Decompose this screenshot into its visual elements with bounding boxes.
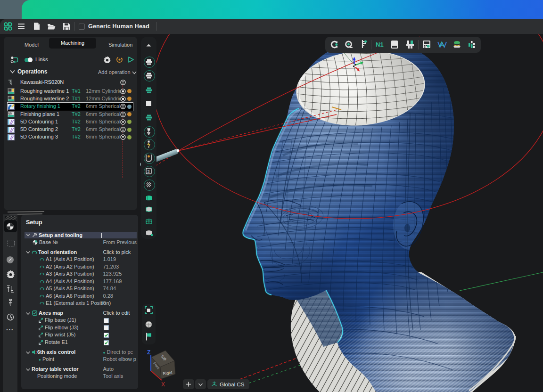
svg-text:X: X xyxy=(161,381,165,388)
svg-text:3: 3 xyxy=(148,169,150,174)
svg-text:Z: Z xyxy=(147,349,150,356)
